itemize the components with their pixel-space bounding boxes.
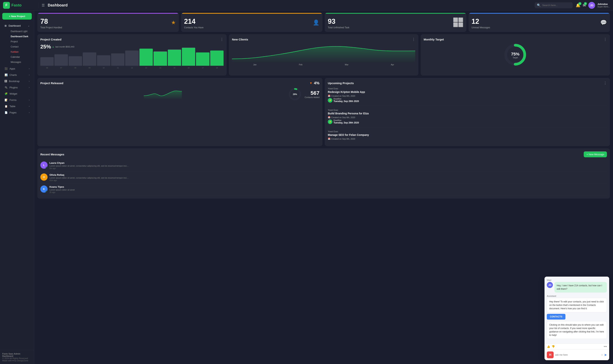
- sidebar-item-bootstrap[interactable]: 🅱 Bootstrap ›: [1, 78, 32, 84]
- search-box[interactable]: 🔍: [535, 2, 573, 8]
- project-created-percent-row: 25% ▲ last month $563,443: [40, 44, 223, 50]
- sidebar: + New Project ⊞ Dashboard ⌄ Dashboard Li…: [0, 11, 34, 364]
- notification-bell[interactable]: 🔔 6: [576, 3, 581, 8]
- user-role: Super Admi...: [597, 5, 610, 8]
- bar: [125, 51, 139, 66]
- bar: [153, 52, 167, 66]
- new-project-button[interactable]: + New Project: [2, 13, 32, 20]
- notification-mail[interactable]: ✉ 4: [583, 3, 586, 8]
- deadline-date-1: Tuesday, Sep 29th 2020: [334, 100, 359, 103]
- thumb-up-icon[interactable]: 👍: [547, 345, 550, 348]
- new-clients-header: New Clients ⋮: [232, 37, 415, 41]
- chat-contacts-button[interactable]: CONTACTS: [547, 314, 565, 320]
- sidebar-item-dashboard[interactable]: ⊞ Dashboard ⌄: [1, 23, 32, 29]
- sidebar-item-messages[interactable]: Messages: [8, 60, 32, 65]
- chevron-right-icon-2: ›: [29, 74, 29, 76]
- project-created-3: 📅 Created on Sep 8th, 2020: [328, 138, 607, 140]
- apps-icon: ⬛: [5, 67, 8, 70]
- logo-text: Fasto: [11, 3, 22, 7]
- bar-col: 07: [55, 54, 68, 69]
- bar-label: 13: [145, 67, 147, 69]
- sidebar-item-pages[interactable]: 📄 Pages ›: [1, 110, 32, 116]
- stat-number-contacts: 214: [184, 17, 320, 26]
- calendar-icon-2: 📅: [328, 116, 331, 118]
- bar-col: 11: [111, 53, 125, 69]
- contact-icon: 👤: [313, 19, 320, 26]
- chevron-right-icon-3: ›: [29, 80, 29, 82]
- chat-user-label: User: [547, 279, 607, 281]
- app-body: + New Project ⊞ Dashboard ⌄ Dashboard Li…: [0, 11, 613, 364]
- chevron-right-icon-6: ›: [29, 105, 29, 107]
- sidebar-item-table[interactable]: 📋 Table ›: [1, 103, 32, 109]
- sidebar-item-plugins[interactable]: 🔌 Plugins ›: [1, 85, 32, 91]
- deadline-date-2: Tuesday, Sep 29th 2020: [334, 121, 359, 124]
- sidebar-item-calendar[interactable]: Calendar: [8, 54, 32, 59]
- sidebar-item-widget[interactable]: 🧩 Widget: [1, 91, 32, 97]
- chat-assistant-bubble-2: Clicking on this should take you to wher…: [547, 321, 607, 339]
- project-created-menu[interactable]: ⋮: [220, 37, 223, 41]
- chevron-right-icon-4: ›: [29, 86, 29, 89]
- bar: [168, 50, 181, 66]
- msg-avatar-2: O: [40, 173, 48, 181]
- bar-col: 18: [210, 51, 223, 69]
- footer-copyright: © 2024 All Rights Reserved: [2, 357, 32, 359]
- dashboard-row-2: Project Released ▼ 4%: [37, 78, 610, 146]
- chat-user-avatar: JD: [547, 282, 553, 288]
- chat-send-button[interactable]: ➤: [604, 353, 607, 357]
- project-released-content: 29% 567 Contacts Added: [40, 88, 320, 101]
- upcoming-projects-menu[interactable]: ⋮: [603, 81, 607, 85]
- project-released-percent: 4%: [314, 81, 320, 85]
- sidebar-item-charts[interactable]: 📊 Charts ›: [1, 72, 32, 78]
- online-indicator-1: [46, 167, 47, 169]
- new-message-button[interactable]: + New Message: [584, 151, 607, 157]
- chat-user-bubble: Hey, I see I have 214 contacts, but how …: [554, 282, 607, 293]
- search-input[interactable]: [542, 4, 569, 7]
- new-clients-card: New Clients ⋮: [229, 34, 418, 76]
- new-clients-menu[interactable]: ⋮: [412, 37, 415, 41]
- thumb-down-icon[interactable]: 👎: [552, 345, 555, 348]
- stat-bar-projects: [37, 13, 179, 14]
- hamburger-icon[interactable]: ☰: [42, 3, 45, 7]
- stat-label-contacts: Contacts You Have: [184, 26, 320, 29]
- upcoming-projects-header: Upcoming Projects ⋮: [328, 81, 607, 85]
- stat-card-projects: 78 Total Project Handled ★: [37, 13, 179, 32]
- deadline-icon-2: ⚡: [328, 119, 332, 124]
- dashboard-row-1: Project Created ⋮ 25% ▲ last month $563,…: [37, 34, 610, 76]
- monthly-target-card: Monthly Target ⋮ 75% Target: [421, 34, 610, 76]
- chat-input[interactable]: [555, 353, 600, 356]
- sidebar-item-dashboard-light[interactable]: Dashboard Light: [8, 29, 32, 34]
- sidebar-label-charts: Charts: [10, 74, 17, 76]
- message-item-2: O Olivia Rellaq Lorem ipsum dolor sit am…: [40, 171, 607, 183]
- monthly-target-menu[interactable]: ⋮: [603, 37, 607, 41]
- messages-title: Recent Messages: [40, 153, 64, 156]
- forms-icon: 📝: [5, 99, 8, 102]
- bar-col: 16: [182, 48, 195, 69]
- stats-row: 78 Total Project Handled ★ 214 Contacts …: [37, 13, 610, 32]
- project-released-card: Project Released ▼ 4%: [37, 78, 322, 146]
- logo-area: F Fasto: [3, 2, 35, 9]
- sidebar-label-pages: Pages: [10, 111, 16, 114]
- sidebar-item-kanban[interactable]: Kanban: [8, 49, 32, 54]
- calendar-icon-3: 📅: [328, 138, 331, 140]
- deadline-label-2: Deadline: [334, 119, 359, 121]
- user-avatar[interactable]: JD: [588, 2, 595, 9]
- recent-messages-card: Recent Messages + New Message L Laura Ch…: [37, 148, 610, 198]
- sidebar-item-project[interactable]: Project: [8, 39, 32, 44]
- chat-messages-area: User JD Hey, I see I have 214 contacts, …: [544, 277, 609, 343]
- sidebar-item-forms[interactable]: 📝 Forms ›: [1, 97, 32, 103]
- chat-char-count: 0: [601, 354, 602, 356]
- chat-user-row: User JD Hey, I see I have 214 contacts, …: [547, 279, 607, 293]
- sidebar-item-dashboard-dark[interactable]: Dashboard Dark: [8, 34, 32, 39]
- new-clients-title: New Clients: [232, 38, 248, 41]
- sidebar-item-contact[interactable]: Contact: [8, 44, 32, 49]
- bar-col: 10: [97, 55, 110, 69]
- project-released-title: Project Released: [40, 81, 63, 85]
- bar-col: 12: [125, 51, 139, 69]
- stat-number-tasks: 93: [328, 17, 463, 26]
- stat-label-projects: Total Project Handled: [40, 26, 176, 29]
- sidebar-item-apps[interactable]: ⬛ Apps ›: [1, 66, 32, 72]
- search-icon: 🔍: [537, 3, 541, 7]
- chat-user-message-row: JD Hey, I see I have 214 contacts, but h…: [547, 282, 607, 293]
- more-options-icon[interactable]: •••: [604, 345, 607, 348]
- upcoming-project-item-1: Yoast Esac Redesign Kripton Mobile App 📅…: [328, 87, 607, 106]
